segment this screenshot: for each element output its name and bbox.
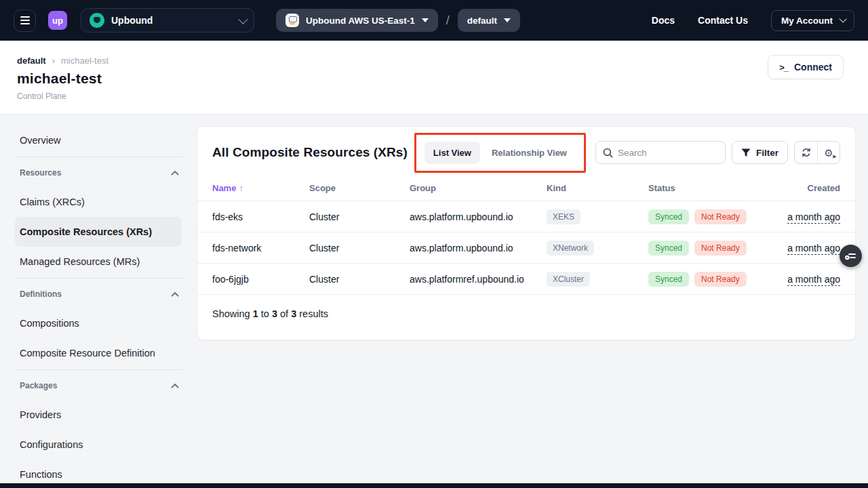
namespace-switcher[interactable]: default (458, 9, 520, 32)
page-subtitle: Control Plane (17, 92, 868, 101)
hamburger-menu-button[interactable] (14, 9, 36, 32)
page-header: default › michael-test michael-test Cont… (0, 41, 868, 115)
path-separator: / (446, 14, 450, 28)
breadcrumb-current: michael-test (61, 56, 108, 66)
cell-name: fds-network (212, 243, 309, 253)
chevron-up-icon (171, 383, 179, 388)
annotation-box: List View Relationship View (414, 133, 586, 173)
sidebar: Overview Resources Claims (XRCs) Composi… (0, 115, 197, 488)
relationship-view-tab[interactable]: Relationship View (483, 142, 576, 164)
control-plane-name: Upbound AWS US-East-1 (306, 16, 415, 26)
connect-button[interactable]: >_ Connect (768, 55, 844, 79)
chevron-down-icon (839, 15, 846, 22)
list-view-tab[interactable]: List View (425, 142, 480, 164)
auto-refresh-settings-button[interactable]: ⚙ ▶ (817, 142, 840, 163)
sidebar-item-overview[interactable]: Overview (15, 125, 182, 155)
cell-name: foo-6jgjb (212, 274, 309, 285)
status-badge-synced: Synced (648, 272, 689, 287)
sidebar-item-composite-resource-definition[interactable]: Composite Resource Definition (15, 338, 182, 368)
play-icon: ▶ (833, 154, 836, 159)
bottom-edge-bar (0, 483, 868, 488)
sidebar-section-resources[interactable]: Resources (15, 159, 182, 187)
status-badge-not-ready: Not Ready (694, 272, 747, 287)
filter-label: Filter (756, 148, 778, 158)
column-header-name[interactable]: Name↑ (212, 183, 309, 193)
status-badge-synced: Synced (648, 241, 689, 256)
breadcrumb: default › michael-test (17, 56, 868, 66)
upbound-logo[interactable]: up (48, 11, 67, 30)
sidebar-item-compositions[interactable]: Compositions (15, 308, 182, 338)
divider (15, 278, 182, 279)
table-row[interactable]: fds-eks Cluster aws.platform.upbound.io … (197, 201, 855, 232)
divider (15, 157, 182, 157)
filter-button[interactable]: Filter (732, 141, 788, 164)
kind-badge: XEKS (547, 209, 580, 224)
control-plane-switcher[interactable]: Upbound AWS US-East-1 (276, 9, 438, 32)
refresh-button[interactable] (795, 142, 817, 163)
terminal-icon: >_ (779, 62, 788, 73)
breadcrumb-chevron-icon: › (52, 56, 55, 66)
cell-group: aws.platformref.upbound.io (410, 274, 547, 285)
status-badge-synced: Synced (648, 209, 689, 224)
cell-scope: Cluster (309, 243, 410, 253)
status-badge-not-ready: Not Ready (694, 241, 747, 256)
namespace-name: default (467, 16, 497, 26)
column-header-kind[interactable]: Kind (547, 183, 648, 193)
organization-name: Upbound (111, 15, 239, 26)
table-header-row: Name↑ Scope Group Kind Status Created (197, 176, 855, 201)
created-timestamp[interactable]: a month ago (787, 243, 840, 255)
panel-toolbar: All Composite Resources (XRs) List View … (197, 127, 855, 176)
organization-avatar-icon (90, 13, 104, 28)
sidebar-section-definitions[interactable]: Definitions (15, 280, 182, 308)
column-header-created[interactable]: Created (787, 183, 840, 193)
kind-badge: XNetwork (547, 241, 594, 256)
filter-funnel-icon (741, 148, 751, 157)
caret-down-icon (504, 18, 511, 22)
cell-group: aws.platform.upbound.io (410, 243, 547, 253)
breadcrumb-default[interactable]: default (17, 56, 46, 66)
sort-ascending-icon: ↑ (239, 183, 243, 193)
table-row[interactable]: foo-6jgjb Cluster aws.platformref.upboun… (197, 264, 855, 295)
kind-badge: XCluster (547, 272, 590, 287)
cell-scope: Cluster (309, 274, 410, 285)
refresh-icon (801, 147, 812, 158)
caret-down-icon (422, 18, 429, 22)
column-header-status[interactable]: Status (648, 183, 787, 193)
top-navigation-bar: up Upbound Upbound AWS US-East-1 / defau… (0, 0, 868, 41)
control-plane-icon (285, 14, 299, 27)
chevron-up-icon (171, 170, 179, 176)
sidebar-section-packages[interactable]: Packages (15, 371, 182, 400)
sidebar-item-composite-resources[interactable]: Composite Resources (XRs) (15, 217, 182, 247)
feedback-widget-button[interactable] (840, 245, 862, 267)
status-badge-not-ready: Not Ready (694, 209, 747, 224)
page-title: michael-test (17, 70, 868, 87)
cell-scope: Cluster (309, 211, 410, 222)
divider (15, 369, 182, 370)
sidebar-item-providers[interactable]: Providers (15, 400, 182, 430)
search-input[interactable] (618, 148, 706, 158)
column-header-group[interactable]: Group (410, 183, 547, 193)
created-timestamp[interactable]: a month ago (787, 211, 840, 224)
chevron-up-icon (171, 291, 179, 297)
composite-resources-panel: All Composite Resources (XRs) List View … (197, 126, 856, 340)
contact-us-link[interactable]: Contact Us (698, 15, 748, 26)
cell-name: fds-eks (212, 211, 309, 222)
my-account-label: My Account (781, 16, 833, 26)
sidebar-item-claims[interactable]: Claims (XRCs) (15, 187, 182, 217)
chevron-down-icon (238, 15, 248, 24)
cell-group: aws.platform.upbound.io (410, 211, 547, 222)
created-timestamp[interactable]: a month ago (787, 274, 840, 286)
results-summary: Showing 1 to 3 of 3 results (197, 295, 855, 333)
search-box[interactable] (595, 141, 726, 164)
my-account-button[interactable]: My Account (771, 10, 854, 31)
form-list-icon (845, 251, 856, 261)
column-header-scope[interactable]: Scope (309, 183, 410, 193)
organization-switcher[interactable]: Upbound (81, 8, 254, 33)
hamburger-icon (20, 16, 30, 18)
table-actions-group: ⚙ ▶ (794, 141, 840, 164)
panel-title: All Composite Resources (XRs) (212, 145, 414, 160)
docs-link[interactable]: Docs (652, 15, 675, 26)
table-row[interactable]: fds-network Cluster aws.platform.upbound… (197, 232, 855, 264)
sidebar-item-managed-resources[interactable]: Managed Resources (MRs) (15, 247, 182, 277)
sidebar-item-configurations[interactable]: Configurations (15, 430, 182, 460)
